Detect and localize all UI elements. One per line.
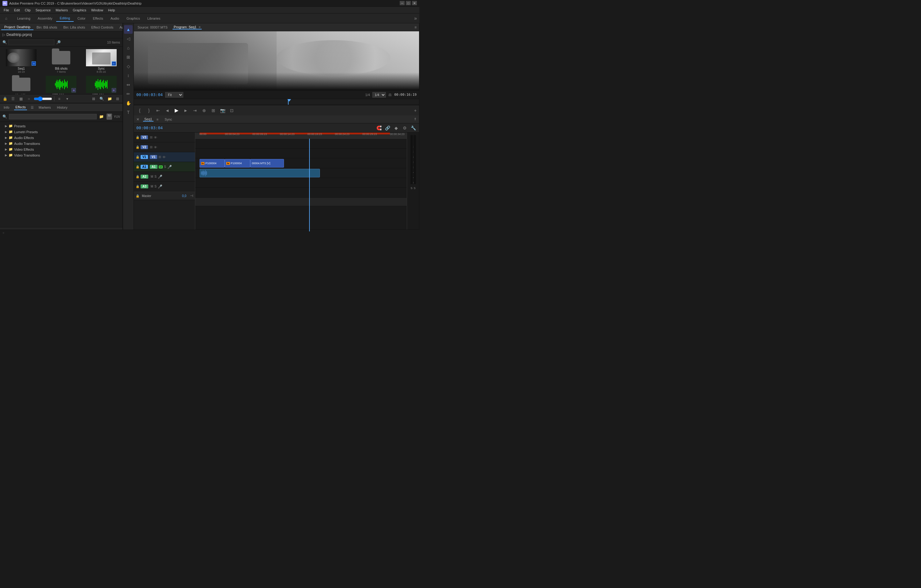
a2-label[interactable]: A2 (141, 175, 148, 179)
icon-view-btn[interactable]: ▦ (18, 96, 24, 102)
mark-in-btn[interactable]: { (136, 107, 143, 114)
a1-track-label[interactable]: A1 (150, 165, 158, 169)
new-item-btn[interactable]: 🔒 (2, 96, 8, 102)
clip-v1-00004mts[interactable]: 00004.MTS [V] (250, 159, 284, 167)
ws-tab-learning[interactable]: Learning (13, 15, 34, 21)
ws-tab-assembly[interactable]: Assembly (34, 15, 56, 21)
overwrite-btn[interactable]: ⊞ (210, 107, 217, 114)
effects-32-btn[interactable]: 32 (107, 114, 112, 120)
a1-lock[interactable]: 🔒 (136, 165, 139, 169)
program-timecode[interactable]: 00:00:03:04 (136, 93, 163, 97)
search-input[interactable] (8, 40, 54, 45)
minimize-button[interactable]: ─ (400, 1, 405, 5)
go-to-in-btn[interactable]: ⇤ (155, 107, 161, 114)
a3-m-btn[interactable]: M (151, 185, 153, 188)
tl-markers-btn[interactable]: ◆ (393, 125, 399, 132)
project-tab[interactable]: Project: Deathtrip (1, 24, 33, 30)
new-folder-btn[interactable]: 📁 (99, 114, 105, 120)
v1-lock[interactable]: 🔒 (136, 155, 139, 159)
project-item-morklilla[interactable]: Mørklilla 9 Items (2, 76, 40, 94)
v3-eye[interactable]: 👁 (154, 136, 157, 139)
zoom-select[interactable]: Fit 25% 50% 75% 100% (165, 92, 183, 97)
v2-eye[interactable]: 👁 (154, 145, 157, 149)
new-item2-btn[interactable]: ⊞ (114, 96, 120, 102)
freeform-view-btn[interactable]: ○ (26, 96, 32, 102)
clip-v1-p100004b[interactable]: fx P100004 (225, 159, 250, 167)
menu-item-window[interactable]: Window (89, 8, 106, 13)
v3-target[interactable]: ⊞ (150, 135, 153, 139)
v2-target[interactable]: ⊞ (150, 145, 153, 149)
monitor-scrubber[interactable] (134, 99, 419, 105)
razor-tool[interactable]: ◇ (124, 62, 133, 71)
effects-menu-icon[interactable]: ☰ (31, 106, 34, 110)
info-tab[interactable]: Info (2, 105, 10, 110)
tl-wrench-btn[interactable]: 🔧 (410, 125, 417, 132)
a3-label[interactable]: A3 (141, 184, 148, 188)
project-item-ste020[interactable]: ⊞ STE-020.wav 15:11140 (42, 76, 80, 94)
ripple-tool[interactable]: ⌂ (124, 44, 133, 52)
v1-track-label[interactable]: V1 (150, 155, 157, 159)
mark-out-btn[interactable]: } (145, 107, 152, 114)
tl-magnet-btn[interactable]: 🧲 (376, 125, 382, 132)
tl-settings-btn[interactable]: ⚙ (401, 125, 408, 132)
a3-mic-icon[interactable]: 🎤 (158, 184, 163, 189)
sync-tab[interactable]: Sync (164, 117, 172, 121)
automate-btn[interactable]: ⊠ (91, 96, 97, 102)
close-button[interactable]: ✕ (412, 1, 417, 5)
a1-active-label[interactable]: A1 (141, 165, 148, 169)
monitor-add-btn[interactable]: + (414, 108, 417, 113)
program-monitor-tab[interactable]: Program: Seq1 ≡ (172, 25, 202, 29)
effects-tab[interactable]: Effects (14, 105, 27, 110)
ws-tab-editing[interactable]: Editing (56, 15, 74, 22)
tree-item-video-transitions[interactable]: ▶ 📁 Video Transitions (0, 152, 122, 158)
menu-item-markers[interactable]: Markers (53, 8, 70, 13)
monitor-settings[interactable]: ≡ (415, 25, 417, 29)
tl-link-btn[interactable]: 🔗 (384, 125, 391, 132)
master-value[interactable]: 0,0 (182, 194, 186, 198)
ws-tab-graphics[interactable]: Graphics (123, 15, 144, 21)
a1-mic-icon[interactable]: 🎤 (167, 165, 172, 169)
a1-s-btn[interactable]: S (164, 165, 166, 169)
v3-label[interactable]: V3 (141, 135, 148, 139)
zoom-slider[interactable] (34, 96, 52, 101)
step-back-btn[interactable]: ◄ (164, 107, 171, 114)
tree-item-presets[interactable]: ▶ 📁 Presets (0, 123, 122, 129)
project-item-seq1[interactable]: ⊞ Seq1 16:19 (2, 49, 40, 73)
menu-item-file[interactable]: File (1, 8, 12, 13)
tree-item-audio-transitions[interactable]: ▶ 📁 Audio Transitions (0, 141, 122, 146)
audio-clip-a1[interactable] (200, 169, 320, 177)
menu-item-edit[interactable]: Edit (12, 8, 23, 13)
v3-lock[interactable]: 🔒 (136, 136, 139, 139)
v1-target[interactable]: ⊞ (158, 155, 161, 159)
find-icon[interactable]: 🔎 (56, 40, 61, 44)
effects-search-input[interactable] (9, 114, 97, 119)
master-lock[interactable]: 🔒 (136, 194, 139, 198)
step-fwd-btn[interactable]: ► (182, 107, 189, 114)
tree-item-audio-effects[interactable]: ▶ 📁 Audio Effects (0, 135, 122, 141)
a3-s-btn[interactable]: S (155, 185, 156, 188)
home-icon[interactable]: ⌂ (2, 15, 10, 22)
menu-item-clip[interactable]: Clip (23, 8, 33, 13)
track-select-tool[interactable]: ◁ (124, 34, 133, 43)
rolling-tool[interactable]: ⊞ (124, 53, 133, 62)
selection-tool[interactable]: ▲ (124, 25, 133, 34)
pen-tool[interactable]: ✏ (124, 89, 133, 98)
effect-controls-tab[interactable]: Effect Controls (88, 25, 116, 30)
clip-v1-p100004a[interactable]: fx P100004 (200, 159, 225, 167)
project-item-ste021[interactable]: ⊞ STE-021.wav 20:27632 (83, 76, 120, 94)
a2-lock[interactable]: 🔒 (136, 175, 139, 178)
menu-item-graphics[interactable]: Graphics (70, 8, 89, 13)
export-btn[interactable]: ⊡ (228, 107, 235, 114)
seq1-tab[interactable]: Seq1 (143, 117, 153, 122)
bin-blaa-tab[interactable]: Bin: Blå shots (33, 25, 60, 30)
ws-tab-effects[interactable]: Effects (89, 15, 107, 21)
timeline-close-btn[interactable]: ✕ (136, 117, 139, 122)
history-tab[interactable]: History (56, 105, 69, 110)
tree-item-video-effects[interactable]: ▶ 📁 Video Effects (0, 146, 122, 152)
hand-tool[interactable]: ✋ (124, 99, 133, 107)
v2-label[interactable]: V2 (141, 145, 148, 149)
tree-item-lumetri[interactable]: ▶ 📁 Lumetri Presets (0, 129, 122, 135)
ws-tab-color[interactable]: Color (74, 15, 89, 21)
maximize-button[interactable]: □ (406, 1, 411, 5)
a3-lock[interactable]: 🔒 (136, 185, 139, 188)
